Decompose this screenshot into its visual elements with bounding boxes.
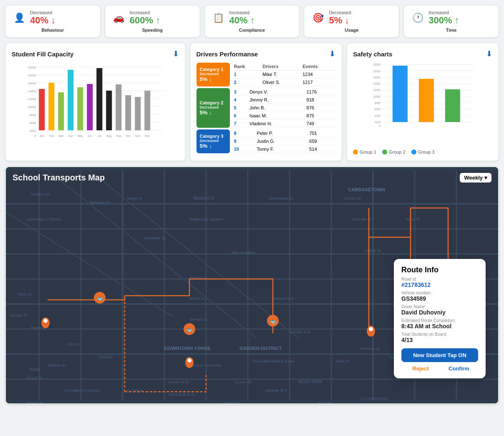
- kpi-card-speeding: 🚗 Increased 600% ↑ Speeding: [105, 5, 200, 38]
- new-student-tap-button[interactable]: New Student Tap ON: [401, 348, 478, 362]
- category-3-row: Category 3 Decreased 5% ↓ 8Peter P.7019J…: [197, 129, 336, 153]
- svg-text:GARDEN DISTRICT: GARDEN DISTRICT: [239, 346, 282, 351]
- svg-rect-30: [144, 91, 150, 130]
- svg-text:George St: George St: [10, 313, 28, 317]
- events-cell: 749: [304, 120, 336, 128]
- svg-text:10000: 10000: [28, 106, 36, 109]
- weekly-label: Weekly: [464, 175, 483, 181]
- driver-cell: John B.: [247, 104, 304, 112]
- svg-text:Gerrard St E: Gerrard St E: [273, 297, 294, 301]
- svg-text:Maple Leaf Gardens: Maple Leaf Gardens: [189, 217, 224, 221]
- events-cell: 875: [304, 112, 336, 120]
- svg-text:Oct: Oct: [126, 134, 131, 137]
- col-events: Events: [300, 63, 335, 71]
- svg-rect-27: [116, 84, 121, 130]
- svg-rect-26: [106, 91, 112, 130]
- charts-row: Student Fill Capacity ⬇ 20000 18000 1600…: [5, 43, 499, 161]
- legend-group3: Group 3: [411, 150, 435, 155]
- svg-text:Chestnut: Chestnut: [98, 355, 113, 359]
- svg-text:TOWN: TOWN: [29, 368, 40, 372]
- rank-cell: 1: [232, 71, 260, 79]
- drivers-title: Drivers Performanse: [197, 51, 258, 58]
- confirm-button[interactable]: Confirm: [440, 365, 478, 372]
- svg-text:16000: 16000: [373, 76, 381, 79]
- svg-text:Feb: Feb: [49, 134, 54, 137]
- svg-text:8000: 8000: [375, 101, 381, 104]
- svg-text:Victoria St: Victoria St: [223, 401, 240, 403]
- safety-download-icon[interactable]: ⬇: [486, 49, 492, 58]
- svg-text:MOSS PARK: MOSS PARK: [298, 380, 323, 384]
- svg-text:6000: 6000: [30, 122, 36, 124]
- rank-cell: 2: [232, 79, 260, 86]
- rank-cell: 6: [232, 112, 247, 120]
- driver-cell: Isaac M.: [247, 112, 304, 120]
- compliance-label: Compliance: [239, 28, 265, 33]
- svg-text:14000: 14000: [28, 90, 36, 93]
- drivers-download-icon[interactable]: ⬇: [329, 49, 335, 58]
- compliance-arrow: ↑: [250, 15, 255, 25]
- svg-text:4000: 4000: [30, 129, 36, 132]
- vehicle-value: GS34589: [401, 295, 478, 302]
- svg-rect-19: [39, 89, 45, 130]
- svg-text:Maitland St: Maitland St: [194, 196, 214, 200]
- svg-text:18000: 18000: [28, 74, 36, 77]
- svg-text:Gerrard St: Gerrard St: [189, 317, 207, 322]
- svg-rect-23: [77, 87, 83, 130]
- table-row: 7Vladimir H.749: [232, 120, 336, 128]
- rank-cell: 9: [232, 137, 255, 145]
- speeding-arrow: ↑: [156, 15, 160, 25]
- svg-text:Mutual St: Mutual St: [365, 248, 381, 253]
- svg-text:River St: River St: [406, 217, 420, 221]
- svg-text:Dec: Dec: [145, 134, 150, 137]
- svg-text:DOWNTOWN YONGE: DOWNTOWN YONGE: [164, 346, 211, 351]
- speeding-value: 600% ↑: [130, 15, 160, 26]
- behaviour-label: Behaviour: [42, 28, 64, 33]
- usage-label: Usage: [345, 28, 358, 33]
- svg-point-149: [43, 319, 48, 323]
- road-id-value[interactable]: #21783612: [401, 281, 478, 288]
- svg-text:Queen St W: Queen St W: [169, 380, 189, 384]
- svg-text:16000: 16000: [28, 82, 36, 85]
- map-card: School Transports Map Weekly ▾: [5, 166, 499, 404]
- student-fill-card: Student Fill Capacity ⬇ 20000 18000 1600…: [5, 43, 186, 161]
- driver-cell: Denys V.: [247, 88, 304, 96]
- compliance-info: Increased 40% ↑: [229, 10, 255, 26]
- svg-text:Milan St: Milan St: [335, 359, 349, 363]
- student-fill-download-icon[interactable]: ⬇: [173, 49, 179, 58]
- svg-rect-65: [419, 79, 434, 122]
- students-label: Total Students on Board:: [401, 332, 478, 337]
- svg-rect-20: [48, 83, 54, 130]
- svg-text:Ontario St: Ontario St: [344, 196, 361, 200]
- table-row: 2Oliver S.1217: [232, 79, 336, 86]
- svg-text:University of Toronto: University of Toronto: [27, 217, 61, 221]
- driver-cell: Justin G.: [255, 137, 307, 145]
- usage-icon: 🎯: [310, 10, 325, 25]
- time-icon: 🕐: [410, 10, 425, 25]
- eta-value: 8:43 AM at School: [401, 323, 478, 330]
- student-fill-svg: 20000 18000 16000 14000 12000 10000 8000…: [12, 63, 179, 142]
- events-cell: 701: [307, 129, 335, 137]
- map-weekly-selector[interactable]: Weekly ▾: [460, 173, 491, 183]
- kpi-row: 👤 Decreased 40% ↓ Behaviour 🚗 Increased …: [5, 5, 499, 38]
- svg-point-151: [187, 358, 192, 362]
- behaviour-icon: 👤: [12, 10, 27, 25]
- reject-button[interactable]: Reject: [401, 365, 440, 372]
- table-row: 3Denys V.1176: [232, 88, 336, 96]
- svg-rect-28: [125, 95, 131, 130]
- svg-text:McGill St: McGill St: [189, 297, 204, 301]
- svg-text:Hoskin Ave: Hoskin Ave: [31, 192, 50, 196]
- category-1-row: Category 1 Decreased 5% ↓ Rank Drivers E…: [197, 63, 336, 86]
- svg-text:🚌: 🚌: [186, 326, 193, 332]
- time-status: Increased: [428, 10, 459, 15]
- svg-text:10000: 10000: [373, 95, 381, 98]
- events-cell: 514: [307, 145, 335, 153]
- svg-text:D'Arcy St: D'Arcy St: [27, 376, 43, 380]
- svg-rect-21: [58, 92, 64, 130]
- vehicle-label: Vehicle number:: [401, 291, 478, 295]
- category-3-label: Category 3 Decreased 5% ↓: [197, 129, 230, 153]
- svg-text:2000: 2000: [375, 121, 381, 124]
- svg-text:Jan: Jan: [40, 134, 44, 137]
- svg-text:Baldwin St: Baldwin St: [48, 363, 66, 368]
- svg-text:May: May: [78, 134, 83, 138]
- kpi-card-usage: 🎯 Decreased 5% ↓ Usage: [304, 5, 399, 38]
